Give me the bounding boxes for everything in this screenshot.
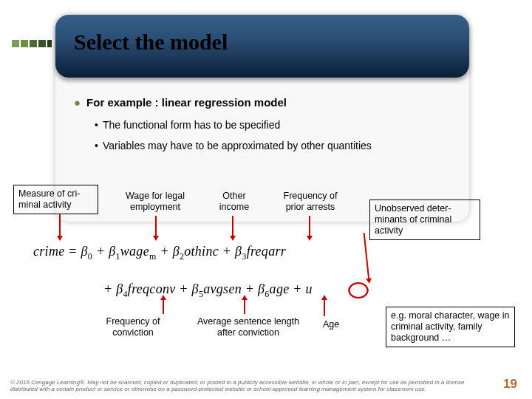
bullet-sub-1-text: The functional form has to be specified <box>103 119 280 131</box>
arrow-icon <box>232 216 233 238</box>
bullet-dot-icon: ● <box>74 96 81 109</box>
annotation-freq-arrests: Frequency of prior arrests <box>273 191 347 213</box>
equation-line-1: crime = β0 + β1wagem + β2othinc + β3freq… <box>33 244 286 262</box>
page-number: 19 <box>503 377 517 392</box>
bullet-main-text: For example : linear regression model <box>86 96 287 109</box>
bullet-sub-2: •Variables may have to be approximated b… <box>95 140 502 151</box>
annotation-measure: Measure of cri­minal activity <box>13 185 98 214</box>
slide-title: Select the model <box>74 30 228 55</box>
annotation-freq-conv: Frequency of conviction <box>96 316 170 338</box>
bullet-sub-dot-icon: • <box>95 140 98 151</box>
decorative-squares <box>12 40 52 47</box>
bullet-sub-dot-icon: • <box>95 119 98 131</box>
annotation-other-income: Other income <box>208 191 260 213</box>
bullet-sub-1: •The functional form has to be specified <box>95 119 502 131</box>
arrow-icon <box>244 298 245 314</box>
annotation-examples: e.g. moral character, wage in criminal a… <box>386 307 515 347</box>
arrow-icon <box>163 298 164 314</box>
arrow-icon <box>155 216 157 238</box>
arrow-icon <box>59 214 61 238</box>
circle-icon <box>348 282 369 299</box>
bullet-list: ●For example : linear regression model •… <box>74 96 502 160</box>
copyright-text: © 2016 Cengage Learning®. May not be sca… <box>10 379 488 393</box>
annotation-unobserved: Unobserved deter­minants of criminal act… <box>369 200 480 240</box>
bullet-main: ●For example : linear regression model <box>74 96 502 109</box>
arrow-icon <box>309 216 310 238</box>
annotation-age: Age <box>316 319 346 330</box>
equation-line-2: + β4freqconv + β5avgsen + β6age + u <box>103 282 313 300</box>
annotation-wage: Wage for legal employment <box>118 191 192 213</box>
arrow-icon <box>324 298 325 316</box>
bullet-sub-2-text: Variables may have to be approximated by… <box>103 140 372 151</box>
annotation-avg-sentence: Average sentence length after conviction <box>189 316 307 338</box>
